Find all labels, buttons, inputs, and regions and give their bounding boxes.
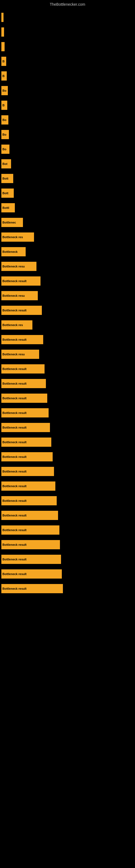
bar-row: Bottleneck result	[1, 435, 134, 449]
bottleneck-bar: B	[1, 101, 7, 110]
bar-row: Bottleneck result	[1, 523, 134, 537]
bar-row: Bottleneck result	[1, 464, 134, 478]
site-title: TheBottlenecker.com	[0, 0, 135, 8]
bar-row: B	[1, 69, 134, 83]
bar-row: Bottlenec	[1, 215, 134, 229]
bottleneck-bar: Bo	[1, 145, 9, 154]
bar-row: Bottleneck result	[1, 508, 134, 522]
bar-row: Bottleneck result	[1, 538, 134, 552]
bar-row: B	[1, 54, 134, 68]
bottleneck-bar: Bottleneck result	[1, 569, 62, 579]
bottleneck-bar: Bottleneck result	[1, 511, 58, 520]
bottleneck-bar: Bottleneck result	[1, 540, 60, 549]
bottleneck-bar: Bottleneck result	[1, 394, 47, 403]
bar-row: Bottleneck resu	[1, 259, 134, 273]
bar-row: Bo	[1, 113, 134, 127]
bottleneck-bar: Bottleneck result	[1, 467, 54, 476]
bottleneck-bar: Bottleneck result	[1, 555, 61, 564]
bottleneck-bar: Bottleneck result	[1, 335, 43, 344]
bottleneck-bar: Bott	[1, 188, 14, 198]
bar-row: Bottleneck	[1, 245, 134, 259]
bar-row: Bottleneck result	[1, 567, 134, 581]
bar-row: Bott	[1, 186, 134, 200]
bar-row: Bottleneck result	[1, 362, 134, 376]
bar-row: Bottl	[1, 201, 134, 215]
bar-row: Bottleneck resu	[1, 289, 134, 303]
bars-container: BBBoBBoBoBoBotBottBottBottlBottlenecBott…	[0, 8, 135, 599]
bottleneck-bar: Bo	[1, 130, 9, 139]
bar-row: Bot	[1, 157, 134, 171]
bottleneck-bar: Bottleneck resu	[1, 262, 37, 271]
bar-row	[1, 25, 134, 39]
bar-row: Bottleneck result	[1, 303, 134, 317]
bar-row: Bottleneck result	[1, 406, 134, 420]
bottleneck-bar: Bottleneck result	[1, 276, 41, 286]
bar-row: Bottleneck result	[1, 333, 134, 347]
bar-row: Bottleneck result	[1, 479, 134, 493]
bottleneck-bar: Bottleneck res	[1, 232, 34, 242]
bottleneck-bar: Bottlenec	[1, 218, 23, 227]
bottleneck-bar: Bottl	[1, 203, 15, 212]
bottleneck-bar: Bo	[1, 86, 8, 95]
bar-row: Bottleneck res	[1, 318, 134, 332]
bottleneck-bar: Bottleneck result	[1, 408, 49, 417]
bottleneck-bar: Bott	[1, 174, 13, 183]
bottleneck-bar: Bottleneck resu	[1, 350, 39, 359]
bottleneck-bar: Bottleneck result	[1, 423, 50, 432]
bottleneck-bar: Bo	[1, 115, 8, 124]
bar-row: Bo	[1, 84, 134, 98]
bottleneck-bar: Bottleneck result	[1, 482, 55, 491]
bottleneck-bar: Bottleneck result	[1, 452, 53, 461]
bar-row: Bottleneck result	[1, 450, 134, 464]
bar-row: Bottleneck result	[1, 421, 134, 435]
bar-row: Bottleneck result	[1, 391, 134, 405]
bottleneck-bar: Bottleneck result	[1, 364, 45, 373]
bar-row: Bottleneck result	[1, 552, 134, 566]
bottleneck-bar: Bottleneck result	[1, 496, 57, 505]
bar-row: Bottleneck result	[1, 494, 134, 508]
bottleneck-bar: B	[1, 57, 6, 66]
bottleneck-bar: Bottleneck result	[1, 437, 51, 447]
bottleneck-bar: Bottleneck resu	[1, 291, 38, 300]
bar-row	[1, 10, 134, 24]
bottleneck-bar: Bottleneck result	[1, 525, 59, 535]
bottleneck-bar: Bottleneck result	[1, 379, 46, 388]
bottleneck-bar: B	[1, 71, 7, 81]
bottleneck-bar	[1, 42, 5, 51]
bottleneck-bar	[1, 27, 4, 37]
bar-row: Bott	[1, 172, 134, 186]
bottleneck-bar: Bot	[1, 159, 11, 168]
bar-row	[1, 40, 134, 54]
bar-row: Bottleneck result	[1, 376, 134, 391]
bar-row: Bo	[1, 142, 134, 156]
bar-row: Bo	[1, 127, 134, 142]
bottleneck-bar	[1, 13, 3, 22]
bar-row: B	[1, 98, 134, 112]
bottleneck-bar: Bottleneck	[1, 247, 26, 256]
bar-row: Bottleneck result	[1, 582, 134, 596]
bottleneck-bar: Bottleneck result	[1, 584, 63, 593]
bottleneck-bar: Bottleneck result	[1, 306, 42, 315]
bottleneck-bar: Bottleneck res	[1, 320, 32, 330]
bar-row: Bottleneck resu	[1, 347, 134, 361]
bar-row: Bottleneck result	[1, 274, 134, 288]
bar-row: Bottleneck res	[1, 230, 134, 244]
